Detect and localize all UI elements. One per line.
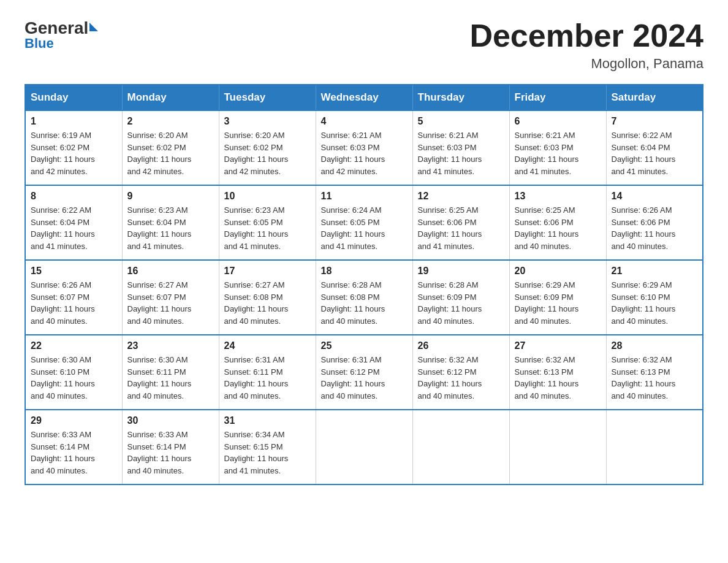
calendar-day-cell: 19 Sunrise: 6:28 AMSunset: 6:09 PMDaylig…	[412, 260, 509, 335]
day-number: 28	[612, 340, 698, 351]
calendar-day-cell: 7 Sunrise: 6:22 AMSunset: 6:04 PMDayligh…	[606, 110, 703, 185]
calendar-day-cell: 10 Sunrise: 6:23 AMSunset: 6:05 PMDaylig…	[219, 185, 316, 260]
weekday-header-wednesday: Wednesday	[316, 85, 412, 110]
day-info: Sunrise: 6:30 AMSunset: 6:10 PMDaylight:…	[31, 354, 117, 402]
weekday-header-saturday: Saturday	[606, 85, 703, 110]
calendar-week-row: 8 Sunrise: 6:22 AMSunset: 6:04 PMDayligh…	[25, 185, 703, 260]
calendar-week-row: 29 Sunrise: 6:33 AMSunset: 6:14 PMDaylig…	[25, 410, 703, 484]
calendar-day-cell: 6 Sunrise: 6:21 AMSunset: 6:03 PMDayligh…	[509, 110, 606, 185]
day-info: Sunrise: 6:19 AMSunset: 6:02 PMDaylight:…	[31, 129, 117, 177]
day-info: Sunrise: 6:27 AMSunset: 6:08 PMDaylight:…	[224, 279, 311, 327]
calendar-day-cell: 22 Sunrise: 6:30 AMSunset: 6:10 PMDaylig…	[25, 335, 122, 410]
calendar-day-cell: 14 Sunrise: 6:26 AMSunset: 6:06 PMDaylig…	[606, 185, 703, 260]
day-number: 12	[418, 191, 504, 202]
weekday-header-tuesday: Tuesday	[219, 85, 316, 110]
day-info: Sunrise: 6:21 AMSunset: 6:03 PMDaylight:…	[418, 129, 504, 177]
day-number: 9	[127, 191, 214, 202]
calendar-day-cell: 30 Sunrise: 6:33 AMSunset: 6:14 PMDaylig…	[122, 410, 219, 484]
day-number: 4	[321, 116, 408, 127]
calendar-day-cell: 3 Sunrise: 6:20 AMSunset: 6:02 PMDayligh…	[219, 110, 316, 185]
day-number: 17	[224, 266, 311, 277]
day-info: Sunrise: 6:21 AMSunset: 6:03 PMDaylight:…	[515, 129, 601, 177]
logo-triangle-icon	[89, 23, 98, 31]
day-info: Sunrise: 6:29 AMSunset: 6:09 PMDaylight:…	[515, 279, 601, 327]
day-info: Sunrise: 6:26 AMSunset: 6:06 PMDaylight:…	[612, 204, 698, 252]
day-info: Sunrise: 6:28 AMSunset: 6:09 PMDaylight:…	[418, 279, 504, 327]
calendar-day-cell: 27 Sunrise: 6:32 AMSunset: 6:13 PMDaylig…	[509, 335, 606, 410]
calendar-week-row: 22 Sunrise: 6:30 AMSunset: 6:10 PMDaylig…	[25, 335, 703, 410]
day-number: 26	[418, 340, 504, 351]
calendar-empty-cell	[509, 410, 606, 484]
calendar-day-cell: 1 Sunrise: 6:19 AMSunset: 6:02 PMDayligh…	[25, 110, 122, 185]
calendar-day-cell: 29 Sunrise: 6:33 AMSunset: 6:14 PMDaylig…	[25, 410, 122, 484]
day-number: 14	[612, 191, 698, 202]
day-number: 25	[321, 340, 408, 351]
day-info: Sunrise: 6:22 AMSunset: 6:04 PMDaylight:…	[612, 129, 698, 177]
day-number: 24	[224, 340, 311, 351]
day-number: 21	[612, 266, 698, 277]
calendar-day-cell: 18 Sunrise: 6:28 AMSunset: 6:08 PMDaylig…	[316, 260, 412, 335]
calendar-day-cell: 20 Sunrise: 6:29 AMSunset: 6:09 PMDaylig…	[509, 260, 606, 335]
calendar-day-cell: 4 Sunrise: 6:21 AMSunset: 6:03 PMDayligh…	[316, 110, 412, 185]
day-info: Sunrise: 6:27 AMSunset: 6:07 PMDaylight:…	[127, 279, 214, 327]
day-number: 20	[515, 266, 601, 277]
calendar-header-row: SundayMondayTuesdayWednesdayThursdayFrid…	[25, 85, 703, 110]
day-info: Sunrise: 6:20 AMSunset: 6:02 PMDaylight:…	[127, 129, 214, 177]
day-number: 22	[31, 340, 117, 351]
day-number: 1	[31, 116, 117, 127]
month-title: December 2024	[469, 18, 703, 53]
calendar-day-cell: 11 Sunrise: 6:24 AMSunset: 6:05 PMDaylig…	[316, 185, 412, 260]
calendar-day-cell: 5 Sunrise: 6:21 AMSunset: 6:03 PMDayligh…	[412, 110, 509, 185]
day-number: 15	[31, 266, 117, 277]
weekday-header-sunday: Sunday	[25, 85, 122, 110]
day-info: Sunrise: 6:25 AMSunset: 6:06 PMDaylight:…	[418, 204, 504, 252]
day-number: 29	[31, 415, 117, 426]
calendar-day-cell: 25 Sunrise: 6:31 AMSunset: 6:12 PMDaylig…	[316, 335, 412, 410]
day-info: Sunrise: 6:32 AMSunset: 6:12 PMDaylight:…	[418, 354, 504, 402]
calendar-day-cell: 28 Sunrise: 6:32 AMSunset: 6:13 PMDaylig…	[606, 335, 703, 410]
day-info: Sunrise: 6:23 AMSunset: 6:04 PMDaylight:…	[127, 204, 214, 252]
calendar-day-cell: 2 Sunrise: 6:20 AMSunset: 6:02 PMDayligh…	[122, 110, 219, 185]
calendar-day-cell: 8 Sunrise: 6:22 AMSunset: 6:04 PMDayligh…	[25, 185, 122, 260]
day-info: Sunrise: 6:29 AMSunset: 6:10 PMDaylight:…	[612, 279, 698, 327]
weekday-header-monday: Monday	[122, 85, 219, 110]
day-info: Sunrise: 6:24 AMSunset: 6:05 PMDaylight:…	[321, 204, 408, 252]
calendar-table: SundayMondayTuesdayWednesdayThursdayFrid…	[25, 84, 703, 485]
calendar-day-cell: 17 Sunrise: 6:27 AMSunset: 6:08 PMDaylig…	[219, 260, 316, 335]
day-number: 5	[418, 116, 504, 127]
weekday-header-thursday: Thursday	[412, 85, 509, 110]
calendar-empty-cell	[412, 410, 509, 484]
calendar-day-cell: 24 Sunrise: 6:31 AMSunset: 6:11 PMDaylig…	[219, 335, 316, 410]
calendar-empty-cell	[316, 410, 412, 484]
title-block: December 2024 Mogollon, Panama	[469, 18, 703, 72]
day-number: 16	[127, 266, 214, 277]
day-info: Sunrise: 6:28 AMSunset: 6:08 PMDaylight:…	[321, 279, 408, 327]
calendar-day-cell: 16 Sunrise: 6:27 AMSunset: 6:07 PMDaylig…	[122, 260, 219, 335]
day-info: Sunrise: 6:32 AMSunset: 6:13 PMDaylight:…	[515, 354, 601, 402]
day-number: 27	[515, 340, 601, 351]
day-number: 30	[127, 415, 214, 426]
day-info: Sunrise: 6:20 AMSunset: 6:02 PMDaylight:…	[224, 129, 311, 177]
day-info: Sunrise: 6:31 AMSunset: 6:11 PMDaylight:…	[224, 354, 311, 402]
day-number: 19	[418, 266, 504, 277]
day-number: 3	[224, 116, 311, 127]
calendar-day-cell: 9 Sunrise: 6:23 AMSunset: 6:04 PMDayligh…	[122, 185, 219, 260]
location: Mogollon, Panama	[469, 56, 703, 72]
calendar-day-cell: 26 Sunrise: 6:32 AMSunset: 6:12 PMDaylig…	[412, 335, 509, 410]
calendar-week-row: 15 Sunrise: 6:26 AMSunset: 6:07 PMDaylig…	[25, 260, 703, 335]
calendar-day-cell: 15 Sunrise: 6:26 AMSunset: 6:07 PMDaylig…	[25, 260, 122, 335]
calendar-day-cell: 23 Sunrise: 6:30 AMSunset: 6:11 PMDaylig…	[122, 335, 219, 410]
calendar-day-cell: 31 Sunrise: 6:34 AMSunset: 6:15 PMDaylig…	[219, 410, 316, 484]
calendar-day-cell: 21 Sunrise: 6:29 AMSunset: 6:10 PMDaylig…	[606, 260, 703, 335]
day-info: Sunrise: 6:33 AMSunset: 6:14 PMDaylight:…	[31, 429, 117, 477]
calendar-week-row: 1 Sunrise: 6:19 AMSunset: 6:02 PMDayligh…	[25, 110, 703, 185]
logo: General Blue	[25, 18, 98, 52]
day-number: 6	[515, 116, 601, 127]
day-info: Sunrise: 6:30 AMSunset: 6:11 PMDaylight:…	[127, 354, 214, 402]
day-number: 10	[224, 191, 311, 202]
day-number: 31	[224, 415, 311, 426]
day-info: Sunrise: 6:22 AMSunset: 6:04 PMDaylight:…	[31, 204, 117, 252]
day-info: Sunrise: 6:26 AMSunset: 6:07 PMDaylight:…	[31, 279, 117, 327]
day-info: Sunrise: 6:34 AMSunset: 6:15 PMDaylight:…	[224, 429, 311, 477]
day-info: Sunrise: 6:21 AMSunset: 6:03 PMDaylight:…	[321, 129, 408, 177]
